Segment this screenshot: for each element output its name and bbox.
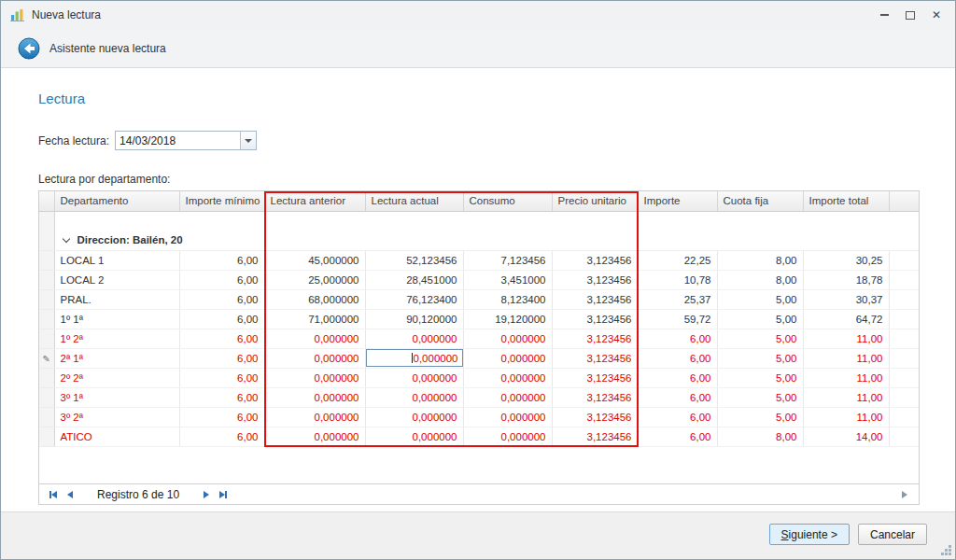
cell-precio-unitario[interactable]: 3,123456 <box>552 289 638 309</box>
cell-importe-minimo[interactable]: 6,00 <box>179 289 264 309</box>
grid-row[interactable]: LOCAL 26,0025,00000028,4510003,4510003,1… <box>39 270 919 289</box>
nav-first-button[interactable] <box>45 487 62 502</box>
cell-precio-unitario[interactable]: 3,123456 <box>552 427 638 446</box>
cell-cuota-fija[interactable]: 8,00 <box>717 270 803 289</box>
grid-row[interactable]: 3º 1ª6,000,0000000,0000000,0000003,12345… <box>39 387 919 407</box>
group-row[interactable]: Direccion: Bailén, 20 <box>39 231 919 250</box>
cell-importe[interactable]: 6,00 <box>638 407 717 427</box>
cell-consumo[interactable]: 0,000000 <box>463 387 552 407</box>
fecha-lectura-input[interactable] <box>116 132 240 149</box>
cell-lectura-anterior[interactable]: 25,000000 <box>264 270 365 289</box>
siguiente-button[interactable]: Siguiente > <box>769 524 850 545</box>
cell-precio-unitario[interactable]: 3,123456 <box>552 348 638 368</box>
cell-departamento[interactable]: 1º 2ª <box>54 329 179 348</box>
cell-lectura-actual[interactable]: 0,000000 <box>365 368 463 387</box>
cell-consumo[interactable]: 0,000000 <box>463 407 552 427</box>
cell-cuota-fija[interactable]: 5,00 <box>717 407 803 427</box>
cell-consumo[interactable]: 0,000000 <box>463 368 552 387</box>
fecha-dropdown-button[interactable] <box>240 132 256 149</box>
col-header-importe-minimo[interactable]: Importe mínimo <box>179 191 264 211</box>
col-header-consumo[interactable]: Consumo <box>463 191 552 211</box>
cell-cuota-fija[interactable]: 5,00 <box>717 329 803 348</box>
cell-lectura-actual[interactable]: 28,451000 <box>365 270 463 289</box>
col-header-importe[interactable]: Importe <box>638 191 717 211</box>
cell-precio-unitario[interactable]: 3,123456 <box>552 407 638 427</box>
col-header-cuota-fija[interactable]: Cuota fija <box>717 191 803 211</box>
cell-precio-unitario[interactable]: 3,123456 <box>552 309 638 329</box>
cell-importe-minimo[interactable]: 6,00 <box>179 348 264 368</box>
cell-lectura-actual[interactable]: 0,000000 <box>365 407 463 427</box>
cell-importe[interactable]: 6,00 <box>638 368 717 387</box>
cell-importe-total[interactable]: 18,78 <box>803 270 889 289</box>
col-header-departamento[interactable]: Departamento <box>54 191 179 211</box>
grid-row[interactable]: 3º 2ª6,000,0000000,0000000,0000003,12345… <box>39 407 919 427</box>
cell-departamento[interactable]: 2º 2ª <box>54 368 179 387</box>
cell-lectura-anterior[interactable]: 0,000000 <box>264 407 365 427</box>
cell-cuota-fija[interactable]: 8,00 <box>717 250 803 270</box>
grid-row[interactable]: ATICO6,000,0000000,0000000,0000003,12345… <box>39 427 919 446</box>
cell-cuota-fija[interactable]: 5,00 <box>717 289 803 309</box>
resize-grip-icon[interactable] <box>940 544 952 556</box>
cell-cuota-fija[interactable]: 5,00 <box>717 348 803 368</box>
cell-importe[interactable]: 6,00 <box>638 329 717 348</box>
cell-importe[interactable]: 10,78 <box>638 270 717 289</box>
cell-lectura-actual[interactable]: 0,000000 <box>365 348 463 368</box>
cell-importe-minimo[interactable]: 6,00 <box>179 387 264 407</box>
cell-lectura-anterior[interactable]: 0,000000 <box>264 387 365 407</box>
cell-importe-total[interactable]: 14,00 <box>803 427 889 446</box>
cell-lectura-actual[interactable]: 52,123456 <box>365 250 463 270</box>
cell-departamento[interactable]: 3º 1ª <box>54 387 179 407</box>
cell-importe[interactable]: 6,00 <box>638 427 717 446</box>
cell-importe-total[interactable]: 11,00 <box>803 387 889 407</box>
grid-row[interactable]: PRAL.6,0068,00000076,1234008,1234003,123… <box>39 289 919 309</box>
cell-lectura-anterior[interactable]: 71,000000 <box>264 309 365 329</box>
cell-precio-unitario[interactable]: 3,123456 <box>552 368 638 387</box>
cell-importe-minimo[interactable]: 6,00 <box>179 427 264 446</box>
nav-next-button[interactable] <box>198 487 215 502</box>
cell-cuota-fija[interactable]: 5,00 <box>717 309 803 329</box>
grid-row[interactable]: ✎2ª 1ª6,000,0000000,0000000,0000003,1234… <box>39 348 919 368</box>
cell-lectura-anterior[interactable]: 45,000000 <box>264 250 365 270</box>
col-header-lectura-actual[interactable]: Lectura actual <box>365 191 463 211</box>
cell-importe-minimo[interactable]: 6,00 <box>179 407 264 427</box>
cell-importe[interactable]: 6,00 <box>638 387 717 407</box>
cell-lectura-anterior[interactable]: 0,000000 <box>264 329 365 348</box>
nav-prev-button[interactable] <box>62 487 78 502</box>
cell-lectura-actual[interactable]: 90,120000 <box>365 309 463 329</box>
cell-importe-total[interactable]: 30,37 <box>803 289 889 309</box>
cell-importe[interactable]: 59,72 <box>638 309 717 329</box>
cell-cuota-fija[interactable]: 8,00 <box>717 427 803 446</box>
col-header-importe-total[interactable]: Importe total <box>803 191 889 211</box>
nav-last-button[interactable] <box>215 487 232 502</box>
cell-departamento[interactable]: PRAL. <box>54 289 179 309</box>
cell-importe-minimo[interactable]: 6,00 <box>179 250 264 270</box>
cell-consumo[interactable]: 0,000000 <box>463 348 552 368</box>
cell-consumo[interactable]: 3,451000 <box>463 270 552 289</box>
cell-importe-minimo[interactable]: 6,00 <box>179 368 264 387</box>
cell-lectura-actual[interactable]: 0,000000 <box>365 387 463 407</box>
cell-lectura-actual[interactable]: 0,000000 <box>365 427 463 446</box>
cell-precio-unitario[interactable]: 3,123456 <box>552 387 638 407</box>
cell-lectura-anterior[interactable]: 0,000000 <box>264 368 365 387</box>
cell-precio-unitario[interactable]: 3,123456 <box>552 250 638 270</box>
cell-consumo[interactable]: 7,123456 <box>463 250 552 270</box>
cell-importe-minimo[interactable]: 6,00 <box>179 329 264 348</box>
cell-importe-minimo[interactable]: 6,00 <box>179 309 264 329</box>
cell-precio-unitario[interactable]: 3,123456 <box>552 270 638 289</box>
col-header-precio-unitario[interactable]: Precio unitario <box>552 191 638 211</box>
cell-consumo[interactable]: 0,000000 <box>463 427 552 446</box>
titlebar[interactable]: Nueva lectura ✕ <box>1 1 955 29</box>
cell-lectura-anterior[interactable]: 68,000000 <box>264 289 365 309</box>
cell-lectura-actual[interactable]: 0,000000 <box>365 329 463 348</box>
cell-importe[interactable]: 22,25 <box>638 250 717 270</box>
cell-departamento[interactable]: ATICO <box>54 427 179 446</box>
minimize-button[interactable] <box>871 6 897 24</box>
cell-importe[interactable]: 25,37 <box>638 289 717 309</box>
cell-importe-total[interactable]: 11,00 <box>803 329 889 348</box>
grid-row[interactable]: LOCAL 16,0045,00000052,1234567,1234563,1… <box>39 250 919 270</box>
cell-importe-minimo[interactable]: 6,00 <box>179 270 264 289</box>
cell-lectura-actual[interactable]: 76,123400 <box>365 289 463 309</box>
cell-departamento[interactable]: LOCAL 2 <box>54 270 179 289</box>
cell-cuota-fija[interactable]: 5,00 <box>717 368 803 387</box>
grid-row[interactable]: 2º 2ª6,000,0000000,0000000,0000003,12345… <box>39 368 919 387</box>
